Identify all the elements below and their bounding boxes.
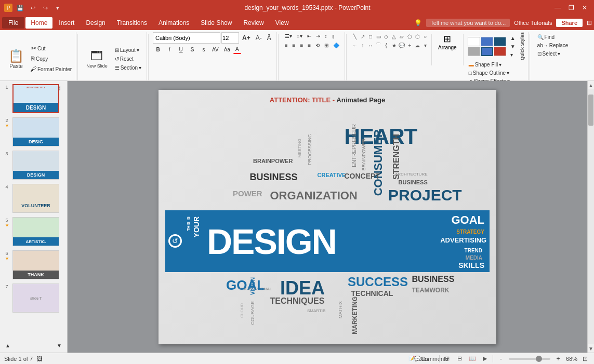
shape-rect[interactable]: □ [366,32,375,41]
zoom-thumb[interactable] [536,356,542,362]
shadow-button[interactable]: s [199,46,209,53]
new-slide-button[interactable]: 🗔 New Slide [82,47,112,71]
columns-button[interactable]: ⫿ [330,32,337,40]
slide-thumbnail-1[interactable]: ATTENTION: TITLE DESIGN [12,84,59,113]
slide-thumbnail-7[interactable]: slide 7 [12,284,59,313]
layout-button[interactable]: ⊞Layout▾ [113,46,143,54]
fit-slide-button[interactable]: ⊡ [580,354,590,363]
find-button[interactable]: 🔍Find [535,33,571,41]
scroll-thumb[interactable] [588,95,593,126]
text-direction-button[interactable]: ⟲ [313,42,322,49]
undo-button[interactable]: ↩ [28,3,37,12]
slide-thumbnail-3[interactable]: DESIGN [12,151,59,180]
slide-sorter-button[interactable]: ⊟ [455,354,465,363]
panel-scroll-down[interactable]: ▼ [55,342,64,349]
format-painter-button[interactable]: 🖌Format Painter [29,64,73,74]
file-menu[interactable]: File [2,17,24,29]
scroll-down-button[interactable]: ▼ [588,344,594,353]
bold-button[interactable]: B [153,46,163,53]
shape-cloud[interactable]: ☁ [413,41,421,49]
shape-star[interactable]: ★ [390,41,398,49]
font-name-input[interactable]: Calibri (Body) [153,32,220,44]
slide-thumb-3[interactable]: 3 DESIGN [2,150,65,181]
home-menu[interactable]: Home [25,17,52,29]
shape-arrow-bidir[interactable]: ↔ [366,41,375,49]
normal-view-button[interactable]: ⊞ [443,354,452,363]
cut-button[interactable]: ✂Cut [29,44,73,53]
slide-thumbnail-4[interactable]: VOLUNTEER [12,184,59,213]
slideshow-button[interactable]: ▶ [480,354,490,363]
section-button[interactable]: ☰Section▾ [113,64,143,72]
paste-button[interactable]: 📋 Paste [4,47,28,71]
strikethrough-button[interactable]: S [187,46,197,53]
save-button[interactable]: 💾 [16,3,25,12]
change-case-button[interactable]: Aa [222,46,232,53]
quick-styles-expand[interactable]: ▾ [508,51,518,59]
shape-round-rect[interactable]: ▭ [374,32,382,41]
share-button[interactable]: Share [556,19,583,27]
shape-outline-button[interactable]: □Shape Outline▾ [467,69,525,77]
align-center-button[interactable]: ≡ [291,42,298,49]
shape-arrow-left[interactable]: ← [351,41,359,49]
minimize-button[interactable]: — [552,3,563,13]
insert-menu[interactable]: Insert [54,17,80,29]
reading-view-button[interactable]: 📖 [468,354,477,363]
qs-item-5[interactable] [481,47,493,56]
char-spacing-button[interactable]: AV [210,46,221,53]
customize-qat-button[interactable]: ▾ [53,3,62,12]
review-menu[interactable]: Review [238,17,269,29]
zoom-slider[interactable] [509,358,550,360]
shape-bracket[interactable]: { [382,41,390,49]
qs-item-1[interactable] [468,37,480,46]
slide-thumbnail-6[interactable]: THANK [12,250,59,279]
italic-button[interactable]: I [164,46,175,53]
shape-hexagon[interactable]: ⬡ [413,32,421,41]
shape-triangle[interactable]: △ [390,32,398,41]
shape-line[interactable]: ╲ [351,32,359,41]
shape-oval[interactable]: ○ [421,32,429,41]
shape-arrow-right[interactable]: ↗ [359,32,367,41]
replace-button[interactable]: ab→Replace [535,42,571,49]
qs-item-3[interactable] [494,37,506,46]
zoom-out-button[interactable]: - [496,354,506,363]
close-button[interactable]: ✕ [579,3,590,13]
align-text-button[interactable]: ⊞ [322,42,331,49]
animations-menu[interactable]: Animations [153,17,194,29]
shape-pentagon[interactable]: ⬠ [405,32,414,41]
shape-callout[interactable]: 💬 [398,41,406,49]
numbering-button[interactable]: ≡▾ [295,32,305,40]
underline-button[interactable]: U [176,46,186,53]
arrange-button[interactable]: ⊞ Arrange [435,32,460,51]
slide-thumb-4[interactable]: 4 VOLUNTEER [2,183,65,214]
slide-thumb-7[interactable]: 7 slide 7 [2,282,65,314]
align-left-button[interactable]: ≡ [283,42,290,49]
slide-thumb-2[interactable]: 2★ DESIG [2,116,65,147]
decrease-font-button[interactable]: A- [254,33,264,43]
shape-parallelogram[interactable]: ▱ [398,32,406,41]
qs-item-2[interactable] [481,37,493,46]
restore-button[interactable]: ❐ [566,3,576,13]
slide-canvas[interactable]: ATTENTION: TITLE - Animated Page HEART C… [159,90,496,344]
clear-format-button[interactable]: Ā [265,33,273,43]
increase-font-button[interactable]: A+ [240,33,253,43]
justify-button[interactable]: ≡ [306,42,313,49]
comments-button[interactable]: 💬 Comments [427,354,436,363]
select-button[interactable]: ⊡Select▾ [535,50,571,58]
quick-styles-down[interactable]: ▼ [508,43,518,50]
collapse-ribbon-button[interactable]: ⊟ [587,19,592,26]
increase-indent-button[interactable]: ⇥ [314,32,322,40]
zoom-in-button[interactable]: + [553,354,563,363]
slide-thumbnail-2[interactable]: DESIG [12,117,59,146]
reset-button[interactable]: ↺Reset [113,55,143,63]
qs-item-4[interactable] [468,47,480,56]
bullets-button[interactable]: ☰▾ [283,32,294,40]
panel-scroll-up[interactable]: ▲ [3,342,12,349]
tell-me-input[interactable]: Tell me what you want to do... [426,19,510,27]
shape-plus[interactable]: + [405,41,414,49]
shape-curve[interactable]: ⌒ [374,41,382,49]
quick-styles-up[interactable]: ▲ [508,34,518,42]
design-menu[interactable]: Design [81,17,110,29]
align-right-button[interactable]: ≡ [298,42,305,49]
transitions-menu[interactable]: Transitions [112,17,152,29]
qs-item-6[interactable] [494,47,506,56]
